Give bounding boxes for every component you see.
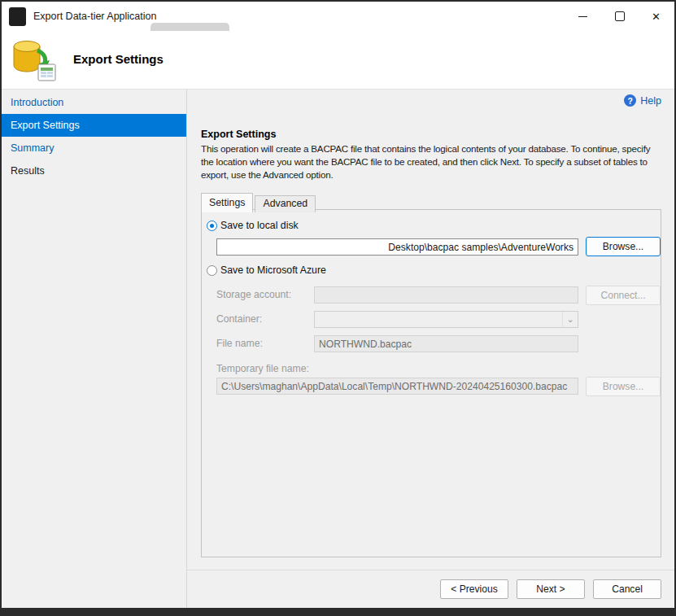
sidebar-item-export-settings[interactable]: Export Settings (2, 114, 186, 137)
next-button[interactable]: Next > (517, 579, 585, 599)
page-heading: Export Settings (201, 129, 276, 140)
maximize-icon (615, 11, 625, 21)
file-name-label: File name: (216, 338, 263, 349)
storage-account-label: Storage account: (216, 289, 291, 300)
cancel-button[interactable]: Cancel (593, 579, 661, 599)
save-azure-radio-label[interactable]: Save to Microsoft Azure (220, 264, 326, 276)
wizard-header: Export Settings (2, 31, 674, 90)
file-name-input (314, 335, 578, 352)
close-icon: ✕ (652, 11, 661, 22)
help-icon: ? (624, 94, 636, 107)
page-description: This operation will create a BACPAC file… (201, 142, 662, 181)
temporary-file-input (216, 378, 578, 395)
help-link[interactable]: ? Help (624, 94, 661, 107)
minimize-icon (578, 16, 587, 17)
container-label: Container: (216, 313, 262, 325)
main-area: Introduction Export Settings Summary Res… (2, 90, 674, 570)
local-path-input[interactable] (216, 238, 578, 256)
previous-button[interactable]: < Previous (440, 579, 508, 599)
export-wizard-window: Export Data-tier Application ✕ Export Se… (2, 2, 674, 608)
connect-button: Connect... (586, 286, 661, 305)
save-local-radio[interactable] (207, 221, 217, 231)
chevron-down-icon: ⌄ (562, 312, 578, 327)
container-select: ⌄ (314, 311, 578, 328)
maximize-button[interactable] (601, 2, 638, 31)
save-azure-radio[interactable] (207, 265, 217, 276)
save-local-radio-label[interactable]: Save to local disk (220, 220, 299, 231)
sidebar-item-results[interactable]: Results (2, 159, 186, 182)
sidebar-item-summary[interactable]: Summary (2, 137, 186, 159)
window-title: Export Data-tier Application (33, 11, 156, 22)
titlebar: Export Data-tier Application ✕ (2, 2, 674, 31)
tab-settings[interactable]: Settings (201, 193, 253, 212)
footer: < Previous Next > Cancel (2, 570, 674, 608)
help-label: Help (640, 95, 661, 107)
close-button[interactable]: ✕ (638, 2, 674, 31)
titlebar-artifact (150, 23, 229, 31)
footer-buttons: < Previous Next > Cancel (187, 570, 674, 608)
export-database-icon (11, 38, 61, 82)
app-icon (9, 7, 26, 26)
sidebar-item-introduction[interactable]: Introduction (2, 91, 186, 114)
content-pane: ? Help Export Settings This operation wi… (187, 90, 674, 570)
footer-sidebar-filler (2, 570, 187, 608)
tab-strip: Settings Advanced (201, 193, 316, 212)
browse-local-button[interactable]: Browse... (586, 237, 661, 256)
tab-advanced[interactable]: Advanced (255, 195, 316, 212)
sidebar: Introduction Export Settings Summary Res… (2, 90, 187, 570)
temporary-file-label: Temporary file name: (216, 363, 309, 374)
window-controls: ✕ (565, 2, 674, 31)
settings-tab-panel: Save to local disk Browse... Save to Mic… (201, 209, 661, 557)
storage-account-input (314, 286, 578, 304)
browse-temp-button: Browse... (586, 377, 661, 396)
wizard-title: Export Settings (73, 52, 164, 66)
minimize-button[interactable] (565, 2, 601, 31)
